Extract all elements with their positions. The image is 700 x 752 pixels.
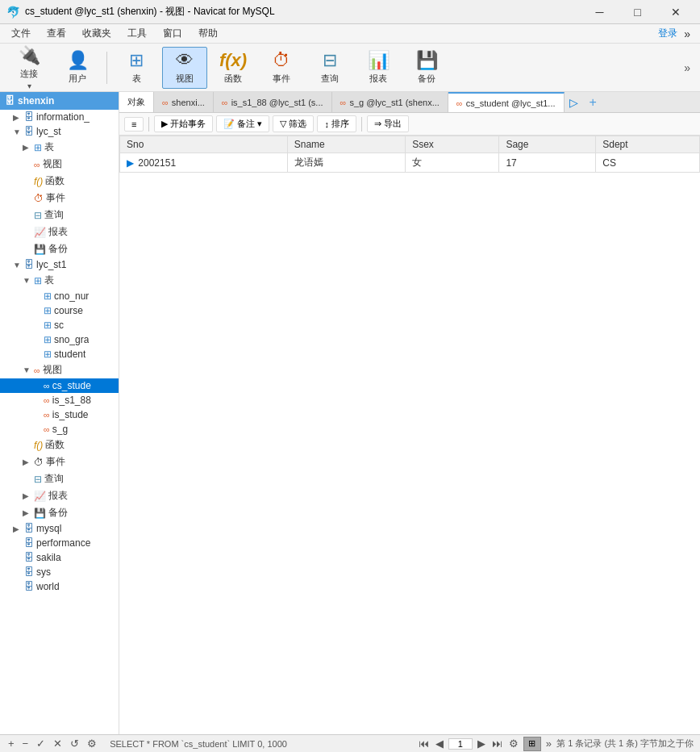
minimize-button[interactable]: ─	[581, 0, 618, 24]
tab-bar: 对象 ∞ shenxi... ∞ is_s1_88 @lyc_st1 (s...…	[119, 92, 700, 113]
login-link[interactable]: 登录	[658, 27, 677, 40]
sidebar-item-lyc_st-table[interactable]: ▶ ⊞ 表	[0, 139, 119, 156]
sidebar-item-lyc_st[interactable]: ▼ 🗄 lyc_st	[0, 124, 119, 139]
menu-help[interactable]: 帮助	[190, 25, 226, 42]
sidebar-item-view-is_stu[interactable]: ∞ is_stude	[0, 407, 119, 422]
sidebar-item-lyc_st1-view[interactable]: ▼ ∞ 视图	[0, 361, 119, 378]
toolbar-backup[interactable]: 💾 备份	[404, 47, 449, 89]
expand-btn-right[interactable]: »	[544, 737, 553, 750]
toolbar-user[interactable]: 👤 用户	[55, 47, 100, 89]
tree-label-view-cs: cs_stude	[52, 380, 91, 391]
tab-sg[interactable]: ∞ s_g @lyc_st1 (shenx...	[332, 92, 448, 113]
maximize-button[interactable]: □	[619, 0, 656, 24]
menu-file[interactable]: 文件	[3, 25, 39, 42]
sidebar-item-tbl-cno[interactable]: ⊞ cno_nur	[0, 289, 119, 303]
sidebar-item-lyc_st-query[interactable]: ⊟ 查询	[0, 207, 119, 224]
status-settings-btn[interactable]: ⚙	[85, 737, 98, 750]
sidebar-item-view-cs[interactable]: ∞ cs_stude	[0, 378, 119, 393]
col-sname: Sname	[287, 136, 405, 153]
toolbar-query[interactable]: ⊟ 查询	[307, 47, 352, 89]
sort-btn[interactable]: ↕ 排序	[317, 115, 356, 132]
sidebar-item-information[interactable]: ▶ 🗄 information_	[0, 110, 119, 124]
tab-cs_student[interactable]: ∞ cs_student @lyc_st1...	[448, 92, 565, 113]
table-row[interactable]: ▶ 2002151 龙语嫣 女 17 CS	[120, 153, 700, 173]
toolbar-func[interactable]: f(x) 函数	[210, 47, 256, 89]
sidebar-item-lyc_st1-table[interactable]: ▼ ⊞ 表	[0, 272, 119, 289]
sidebar-item-lyc_st-func[interactable]: f() 函数	[0, 173, 119, 190]
page-first-btn[interactable]: ⏮	[417, 737, 431, 750]
tab-sg-label: s_g @lyc_st1 (shenx...	[349, 98, 439, 107]
page-next-btn[interactable]: ▶	[476, 737, 487, 750]
sidebar-item-lyc_st-view[interactable]: ∞ 视图	[0, 156, 119, 173]
tab-objects[interactable]: 对象	[119, 92, 154, 113]
sidebar-item-lyc_st1-query[interactable]: ⊟ 查询	[0, 470, 119, 487]
sidebar-item-lyc_st1-backup[interactable]: ▶ 💾 备份	[0, 504, 119, 521]
page-number-input[interactable]	[448, 738, 473, 750]
status-remove-btn[interactable]: −	[21, 737, 31, 750]
grid-view-btn[interactable]: ⊞	[523, 737, 541, 751]
report-icon-lyc_st: 📈	[34, 227, 46, 238]
tree-label-student: student	[54, 349, 85, 360]
menu-window[interactable]: 窗口	[155, 25, 190, 42]
status-check-btn[interactable]: ✓	[35, 737, 47, 750]
connect-dropdown-icon[interactable]: ▾	[27, 81, 31, 90]
sidebar-item-mysql[interactable]: ▶ 🗄 mysql	[0, 521, 119, 536]
toolbar-event[interactable]: ⏱ 事件	[259, 47, 304, 89]
status-add-btn[interactable]: +	[6, 737, 16, 750]
sidebar-item-tbl-student[interactable]: ⊞ student	[0, 347, 119, 361]
status-refresh-btn[interactable]: ↺	[69, 737, 81, 750]
close-button[interactable]: ✕	[657, 0, 694, 24]
sidebar-item-world[interactable]: 🗄 world	[0, 579, 119, 594]
expand-arrow-right[interactable]: »	[684, 27, 690, 40]
sidebar-item-sys[interactable]: 🗄 sys	[0, 565, 119, 579]
begin-tx-btn[interactable]: ▶ 开始事务	[154, 115, 213, 132]
sidebar-item-tbl-sc[interactable]: ⊞ sc	[0, 318, 119, 332]
menu-favorites[interactable]: 收藏夹	[74, 25, 119, 42]
sidebar-item-tbl-sno[interactable]: ⊞ sno_gra	[0, 332, 119, 347]
sidebar-title: shenxin	[18, 95, 54, 107]
tree-label-view-is_stu: is_stude	[52, 409, 89, 420]
page-prev-btn[interactable]: ◀	[434, 737, 445, 750]
tab-expand[interactable]: ▷	[565, 96, 583, 109]
sidebar-item-lyc_st-event[interactable]: ⏱ 事件	[0, 190, 119, 207]
toolbar-expand-btn[interactable]: »	[681, 58, 694, 77]
toolbar-view[interactable]: 👁 视图	[162, 47, 207, 89]
toolbar-connect[interactable]: 🔌 连接 ▾	[6, 47, 52, 89]
page-last-btn[interactable]: ⏭	[490, 737, 504, 750]
toolbar-table[interactable]: ⊞ 表	[114, 47, 159, 89]
comment-btn[interactable]: 📝 备注 ▾	[216, 115, 269, 132]
status-bar: + − ✓ ✕ ↺ ⚙ SELECT * FROM `cs_student` L…	[0, 734, 700, 752]
tab-add-button[interactable]: +	[583, 95, 603, 110]
menu-icon-btn[interactable]: ≡	[124, 117, 144, 132]
expand-arrow-lyc_st1-table: ▼	[23, 276, 34, 285]
sidebar-item-sakila[interactable]: 🗄 sakila	[0, 550, 119, 565]
menu-view[interactable]: 查看	[39, 25, 74, 42]
sidebar-item-performance[interactable]: 🗄 performance	[0, 536, 119, 550]
filter-icon: ▽	[280, 119, 286, 129]
status-cross-btn[interactable]: ✕	[52, 737, 64, 750]
tab-shenxi[interactable]: ∞ shenxi...	[154, 92, 214, 113]
comment-icon: 📝	[223, 119, 235, 129]
page-config-btn[interactable]: ⚙	[507, 737, 520, 750]
func-label: 函数	[224, 73, 242, 85]
tab-is_s1[interactable]: ∞ is_s1_88 @lyc_st1 (s...	[214, 92, 332, 113]
sidebar-item-lyc_st-report[interactable]: 📈 报表	[0, 224, 119, 240]
sidebar-item-lyc_st1-report[interactable]: ▶ 📈 报表	[0, 487, 119, 504]
table-icon-lyc_st: ⊞	[34, 142, 42, 153]
tree-label-lyc_st1-func: 函数	[45, 438, 65, 452]
expand-arrow-information: ▶	[13, 113, 24, 122]
toolbar-report[interactable]: 📊 报表	[356, 47, 401, 89]
toolbar-right: »	[681, 58, 694, 77]
sidebar-item-lyc_st-backup[interactable]: 💾 备份	[0, 240, 119, 257]
menu-tools[interactable]: 工具	[119, 25, 155, 42]
filter-btn[interactable]: ▽ 筛选	[273, 115, 314, 132]
sidebar-item-lyc_st1-event[interactable]: ▶ ⏱ 事件	[0, 453, 119, 470]
sidebar-item-lyc_st1[interactable]: ▼ 🗄 lyc_st1	[0, 257, 119, 272]
tree-label-sc: sc	[54, 320, 64, 331]
sidebar-item-tbl-course[interactable]: ⊞ course	[0, 303, 119, 318]
sidebar-item-view-is_s1[interactable]: ∞ is_s1_88	[0, 393, 119, 407]
event-icon: ⏱	[273, 50, 290, 71]
sidebar-item-view-sg[interactable]: ∞ s_g	[0, 422, 119, 437]
export-btn[interactable]: ⇒ 导出	[367, 115, 409, 132]
sidebar-item-lyc_st1-func[interactable]: f() 函数	[0, 437, 119, 453]
